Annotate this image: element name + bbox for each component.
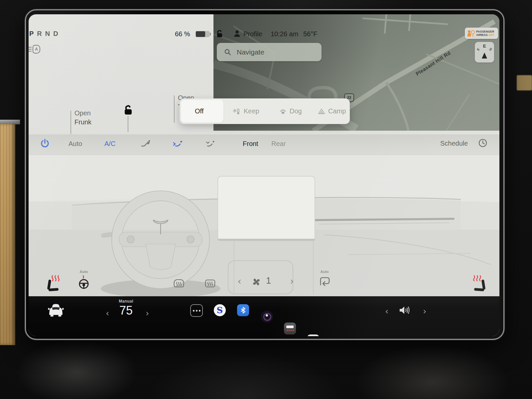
app-launcher-button[interactable] [190,304,203,317]
tesla-touchscreen: Pleasant Hill Rd 23 2 PASSENGER AIRBAG O… [25,9,504,340]
battery-percent: 66 % [175,30,190,38]
defrost-rear-button[interactable] [203,277,217,290]
temp-value: 75 [114,304,138,318]
trunk-leader-line [174,95,175,123]
keeper-option-dog[interactable]: Dog [279,98,302,124]
steering-wheel-heater-button[interactable]: Auto [76,270,92,293]
dashcam-app-icon[interactable] [284,323,296,334]
gear-d[interactable]: D [53,30,61,37]
svg-text:2: 2 [472,34,474,37]
frunk-leader-line [70,111,71,137]
tuner-app-icon[interactable] [307,334,319,336]
fan-speed-value: 1 [266,276,271,286]
keep-climate-icon [233,108,241,115]
profile-icon [233,30,241,38]
seat-heater-right-icon [471,274,486,293]
open-frunk-button[interactable]: OpenFrunk [74,109,91,127]
temp-up-button[interactable]: › [146,308,149,318]
vent-face-button[interactable] [140,139,150,149]
airbag-text-line1: PASSENGER [476,30,494,33]
outside-temperature: 56°F [303,30,317,38]
seat-heater-left-icon [47,274,62,293]
hvac-front-tab[interactable]: Front [243,140,258,148]
wood-dash-trim-left [0,124,15,345]
recirculation-icon [317,274,332,289]
camera-app-icon[interactable] [261,311,273,323]
navigate-search-bar[interactable]: Navigate [217,43,322,61]
defrost-front-button[interactable] [172,277,186,290]
gear-indicator[interactable]: PRND [29,30,62,38]
hvac-rear-tab[interactable]: Rear [271,140,286,148]
screen-content: Pleasant Hill Rd 23 2 PASSENGER AIRBAG O… [29,14,499,336]
seat-heater-right-button[interactable] [471,274,486,293]
temp-down-button[interactable]: ‹ [106,308,109,318]
headlight-beam-lines [29,47,32,48]
speaker-icon[interactable] [398,305,412,316]
clock-time: 10:26 am [271,30,298,38]
lock-leader-line [128,116,128,132]
hvac-ac-button[interactable]: A/C [104,140,115,148]
airbag-text-line2: AIRBAG OFF [476,33,494,37]
bluetooth-app-icon[interactable] [237,304,249,316]
hvac-auto-button[interactable]: Auto [68,140,82,148]
recirculation-button[interactable]: Auto [317,270,332,291]
climate-power-button[interactable] [40,138,50,149]
dog-mode-icon [279,108,287,115]
cabin-temperature-control[interactable]: Manual 75 [114,299,138,318]
profile-button[interactable]: Profile [243,30,262,38]
gear-r[interactable]: R [37,30,45,37]
climate-keeper-selector: Off Keep Dog [180,98,350,124]
headlight-auto-letter: A [33,45,40,54]
auto-headlight-indicator: A [29,45,42,54]
defrost-front-icon [172,277,186,290]
keeper-option-off[interactable]: Off [195,98,203,124]
steering-wheel-heat-icon [76,274,92,290]
gear-n[interactable]: N [45,30,53,37]
vent-floor-button[interactable] [205,139,215,149]
seat-heater-left-button[interactable] [47,274,62,293]
wood-dash-trim-right [517,75,532,90]
keeper-option-camp[interactable]: Camp [318,98,346,124]
vent-mid-button-active[interactable] [172,139,182,149]
compass-widget[interactable]: E E S [475,42,494,63]
temp-mode-label: Manual [114,299,138,304]
cabin-render [29,155,499,296]
volume-down-button[interactable]: ‹ [385,306,388,316]
passenger-airbag-badge: 2 PASSENGER AIRBAG OFF [465,28,498,39]
airbag-icon: 2 [466,29,475,38]
camp-mode-icon [318,108,325,115]
compass-arrow-icon [482,53,487,59]
fan-icon [251,276,262,288]
unlocked-icon[interactable] [215,30,223,38]
wheel-heat-auto-label: Auto [76,270,92,274]
car-controls-button[interactable] [47,302,65,318]
gear-p[interactable]: P [29,30,37,37]
airbag-off-status: OFF [488,33,494,37]
defrost-rear-icon [203,277,217,290]
navigate-placeholder: Navigate [237,48,264,56]
clock-icon[interactable] [478,138,487,148]
fan-speed-down-button[interactable]: ‹ [237,276,241,286]
battery-icon [196,31,209,37]
s-app-icon[interactable]: S [214,304,226,316]
hvac-control-bar [29,134,499,155]
search-icon [224,49,231,56]
schedule-button[interactable]: Schedule [440,140,468,147]
door-unlock-icon[interactable] [123,105,133,115]
recirc-auto-label: Auto [317,270,332,274]
fan-speed-up-button[interactable]: › [290,276,294,286]
volume-up-button[interactable]: › [423,306,426,316]
keeper-option-keep[interactable]: Keep [233,98,259,124]
